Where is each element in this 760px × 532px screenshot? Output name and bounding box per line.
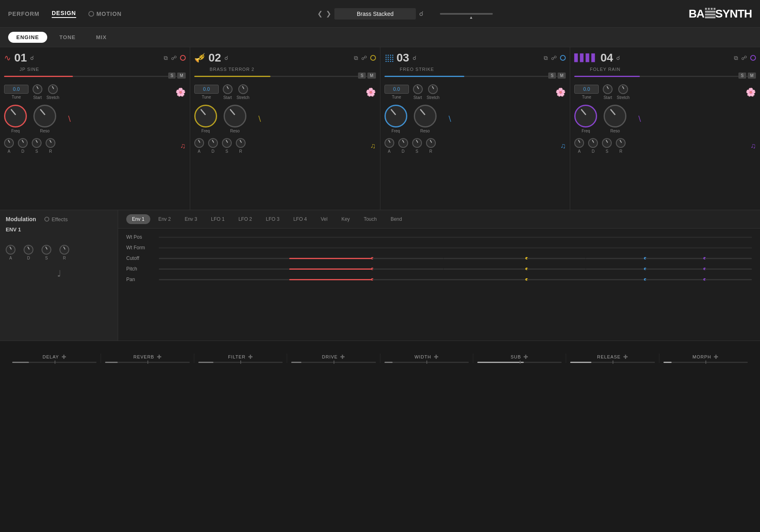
panel-3-link-icon[interactable]: ☍ (551, 55, 557, 61)
panel-3-search-icon[interactable]: ☌ (413, 55, 416, 61)
fx-release-slider[interactable] (570, 362, 655, 363)
panel-1-link-icon[interactable]: ☍ (171, 55, 177, 61)
panel-1-volume-bar[interactable]: S M (4, 76, 186, 77)
panel-2-volume-bar[interactable]: S M (194, 76, 376, 77)
mod-tab-env3[interactable]: Env 3 (179, 214, 203, 224)
panel-2-power-icon[interactable] (370, 55, 376, 61)
panel-2-s-knob[interactable] (222, 138, 232, 148)
panel-4-mute-button[interactable]: M (748, 73, 756, 79)
panel-2-start-knob[interactable] (223, 84, 233, 94)
fx-filter-expand-icon[interactable]: ✚ (248, 354, 253, 360)
panel-2-d-knob[interactable] (208, 138, 218, 148)
fx-sub-expand-icon[interactable]: ✚ (523, 354, 528, 360)
subnav-engine-button[interactable]: ENGINE (8, 32, 47, 43)
mod-tab-key[interactable]: Key (336, 214, 356, 224)
fx-release-expand-icon[interactable]: ✚ (623, 354, 628, 360)
mod-tab-lfo2[interactable]: LFO 2 (233, 214, 257, 224)
panel-2-freq-knob[interactable] (194, 105, 217, 128)
panel-3-stretch-knob[interactable] (428, 84, 438, 94)
panel-2-solo-button[interactable]: S (358, 73, 366, 79)
panel-1-reso-knob[interactable] (33, 105, 56, 128)
env-a-knob[interactable] (6, 245, 15, 255)
mod-lane-cutoff[interactable] (159, 255, 752, 261)
mod-tab-env1[interactable]: Env 1 (126, 214, 150, 224)
panel-4-d-knob[interactable] (588, 138, 598, 148)
fx-filter-slider[interactable] (198, 362, 283, 363)
mod-tab-lfo3[interactable]: LFO 3 (260, 214, 285, 224)
panel-1-start-knob[interactable] (33, 84, 42, 94)
panel-3-s-knob[interactable] (412, 138, 422, 148)
panel-3-r-knob[interactable] (426, 138, 436, 148)
fx-width-expand-icon[interactable]: ✚ (434, 354, 439, 360)
panel-1-s-knob[interactable] (32, 138, 42, 148)
master-volume-slider[interactable] (440, 13, 493, 15)
env-d-knob[interactable] (24, 245, 33, 255)
panel-4-search-icon[interactable]: ☌ (616, 55, 620, 61)
panel-1-copy-icon[interactable]: ⧉ (164, 55, 168, 62)
panel-2-stretch-knob[interactable] (238, 84, 248, 94)
preset-next-button[interactable]: ❯ (326, 10, 331, 18)
panel-1-power-icon[interactable] (180, 55, 186, 61)
panel-4-reso-knob[interactable] (604, 105, 626, 128)
panel-4-volume-bar[interactable]: S M (574, 76, 756, 77)
panel-4-start-knob[interactable] (603, 84, 613, 94)
panel-3-power-icon[interactable] (560, 55, 566, 61)
fx-delay-slider[interactable] (12, 362, 97, 363)
fx-sub-slider[interactable] (477, 362, 562, 363)
panel-1-d-knob[interactable] (18, 138, 28, 148)
tab-design[interactable]: DESIGN (52, 10, 76, 18)
mod-tab-lfo1[interactable]: LFO 1 (205, 214, 230, 224)
panel-2-link-icon[interactable]: ☍ (361, 55, 367, 61)
panel-1-freq-knob[interactable] (4, 105, 27, 128)
tab-motion[interactable]: MOTION (88, 11, 122, 17)
panel-3-volume-bar[interactable]: S M (384, 76, 566, 77)
panel-2-mute-button[interactable]: M (367, 73, 376, 79)
panel-4-stretch-knob[interactable] (618, 84, 628, 94)
effects-toggle[interactable]: Effects (44, 216, 68, 222)
mod-tab-bend[interactable]: Bend (385, 214, 408, 224)
panel-3-tune-value[interactable]: 0.0 (384, 85, 409, 94)
mod-tab-touch[interactable]: Touch (358, 214, 382, 224)
mod-tab-vel[interactable]: Vel (315, 214, 334, 224)
panel-1-solo-button[interactable]: S (168, 73, 176, 79)
fx-morph-expand-icon[interactable]: ✚ (714, 354, 718, 360)
panel-3-start-knob[interactable] (413, 84, 423, 94)
panel-1-search-icon[interactable]: ☌ (30, 55, 34, 61)
mod-tab-lfo4[interactable]: LFO 4 (288, 214, 312, 224)
fx-delay-expand-icon[interactable]: ✚ (62, 354, 66, 360)
mod-lane-wtform[interactable] (159, 247, 752, 248)
panel-4-tune-value[interactable]: 0.0 (574, 85, 599, 94)
mod-lane-wtpos[interactable] (159, 237, 752, 238)
panel-4-link-icon[interactable]: ☍ (741, 55, 747, 61)
panel-3-mute-button[interactable]: M (558, 73, 566, 79)
preset-search-icon[interactable]: ☌ (419, 10, 424, 18)
panel-4-freq-knob[interactable] (574, 105, 597, 128)
fx-drive-expand-icon[interactable]: ✚ (340, 354, 345, 360)
panel-2-a-knob[interactable] (194, 138, 204, 148)
mod-lane-pan[interactable] (159, 277, 752, 282)
panel-1-a-knob[interactable] (4, 138, 14, 148)
panel-2-r-knob[interactable] (236, 138, 246, 148)
mod-tab-env2[interactable]: Env 2 (153, 214, 177, 224)
panel-3-reso-knob[interactable] (414, 105, 437, 128)
panel-4-r-knob[interactable] (616, 138, 626, 148)
subnav-mix-button[interactable]: MIX (88, 32, 115, 43)
panel-4-copy-icon[interactable]: ⧉ (734, 55, 738, 62)
panel-3-solo-button[interactable]: S (548, 73, 556, 79)
panel-1-r-knob[interactable] (46, 138, 55, 148)
panel-3-a-knob[interactable] (384, 138, 394, 148)
panel-4-a-knob[interactable] (574, 138, 584, 148)
panel-4-solo-button[interactable]: S (738, 73, 746, 79)
panel-1-stretch-knob[interactable] (48, 84, 58, 94)
panel-2-search-icon[interactable]: ☌ (224, 55, 228, 61)
fx-morph-slider[interactable] (663, 362, 748, 363)
preset-prev-button[interactable]: ❮ (317, 10, 323, 18)
panel-4-power-icon[interactable] (750, 55, 756, 61)
panel-3-copy-icon[interactable]: ⧉ (544, 55, 548, 62)
panel-2-reso-knob[interactable] (224, 105, 246, 128)
panel-2-copy-icon[interactable]: ⧉ (354, 55, 358, 62)
panel-1-tune-value[interactable]: 0.0 (4, 85, 29, 94)
env-s-knob[interactable] (42, 245, 51, 255)
panel-4-s-knob[interactable] (602, 138, 612, 148)
panel-2-tune-value[interactable]: 0.0 (194, 85, 219, 94)
